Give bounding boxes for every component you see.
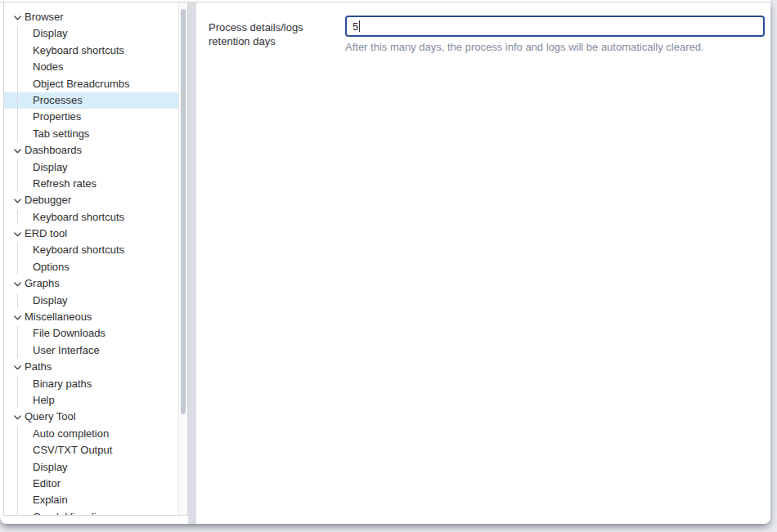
tree-group-label: Browser bbox=[25, 9, 64, 25]
tree-item-erd-tool-keyboard-shortcuts[interactable]: Keyboard shortcuts bbox=[4, 242, 178, 258]
tree-item-browser-object-breadcrumbs[interactable]: Object Breadcrumbs bbox=[4, 76, 178, 92]
chevron-down-icon[interactable] bbox=[12, 362, 23, 373]
tree-item-label: Display bbox=[33, 25, 68, 42]
tree-item-query-tool-graph-visualiser[interactable]: Graph Visualiser bbox=[4, 509, 178, 515]
retention-days-field-control: 5 After this many days, the process info… bbox=[345, 16, 765, 54]
tree-item-debugger-keyboard-shortcuts[interactable]: Keyboard shortcuts bbox=[4, 209, 178, 226]
tree-group-graphs[interactable]: Graphs bbox=[4, 275, 178, 292]
tree-item-label: CSV/TXT Output bbox=[33, 442, 112, 458]
tree-item-label: Processes bbox=[33, 92, 83, 109]
tree-group-label: Paths bbox=[25, 359, 52, 375]
tree-children-miscellaneous: File DownloadsUser Interface bbox=[4, 325, 178, 359]
tree-item-label: Display bbox=[33, 459, 68, 476]
preferences-sidebar: BrowserDisplayKeyboard shortcutsNodesObj… bbox=[3, 2, 188, 516]
tree-item-label: Tab settings bbox=[33, 126, 89, 142]
tree-children-browser: DisplayKeyboard shortcutsNodesObject Bre… bbox=[4, 25, 178, 142]
tree-item-browser-display[interactable]: Display bbox=[4, 25, 178, 42]
tree-item-label: Help bbox=[33, 392, 55, 409]
tree-item-dashboards-refresh-rates[interactable]: Refresh rates bbox=[4, 176, 178, 192]
tree-group-erd-tool[interactable]: ERD tool bbox=[4, 226, 178, 242]
tree-group-browser[interactable]: Browser bbox=[4, 9, 178, 25]
chevron-down-icon[interactable] bbox=[12, 195, 23, 206]
tree-children-erd-tool: Keyboard shortcutsOptions bbox=[4, 242, 178, 275]
tree-group-label: ERD tool bbox=[25, 226, 67, 242]
tree-item-query-tool-display[interactable]: Display bbox=[4, 459, 178, 476]
tree-item-dashboards-display[interactable]: Display bbox=[4, 159, 178, 176]
tree-group-label: Graphs bbox=[25, 275, 60, 292]
tree-item-miscellaneous-file-downloads[interactable]: File Downloads bbox=[4, 325, 178, 342]
preferences-dialog-body: BrowserDisplayKeyboard shortcutsNodesObj… bbox=[0, 2, 770, 524]
retention-days-input[interactable]: 5 bbox=[345, 16, 765, 37]
tree-children-dashboards: DisplayRefresh rates bbox=[4, 159, 178, 193]
tree-item-browser-nodes[interactable]: Nodes bbox=[4, 59, 178, 75]
tree-item-paths-help[interactable]: Help bbox=[4, 392, 178, 409]
chevron-down-icon[interactable] bbox=[12, 229, 23, 239]
tree-group-query-tool[interactable]: Query Tool bbox=[4, 409, 178, 425]
chevron-down-icon[interactable] bbox=[12, 12, 23, 23]
tree-item-erd-tool-options[interactable]: Options bbox=[4, 259, 178, 275]
tree-item-label: Keyboard shortcuts bbox=[33, 242, 124, 258]
chevron-down-icon[interactable] bbox=[12, 412, 23, 422]
tree-item-label: Keyboard shortcuts bbox=[33, 42, 124, 59]
tree-item-label: Auto completion bbox=[33, 426, 109, 442]
tree-item-label: User Interface bbox=[33, 342, 100, 359]
tree-item-graphs-display[interactable]: Display bbox=[4, 293, 178, 309]
tree-item-label: Nodes bbox=[33, 59, 64, 75]
retention-days-input-value: 5 bbox=[353, 20, 358, 33]
tree-group-debugger[interactable]: Debugger bbox=[4, 192, 178, 208]
preferences-tree: BrowserDisplayKeyboard shortcutsNodesObj… bbox=[4, 2, 178, 515]
tree-item-label: Object Breadcrumbs bbox=[33, 76, 130, 92]
tree-item-miscellaneous-user-interface[interactable]: User Interface bbox=[4, 342, 178, 359]
panel-splitter-handle[interactable] bbox=[188, 2, 196, 524]
tree-item-browser-processes[interactable]: Processes bbox=[4, 92, 178, 109]
tree-item-query-tool-explain[interactable]: Explain bbox=[4, 492, 178, 508]
tree-item-label: File Downloads bbox=[33, 325, 106, 342]
text-cursor bbox=[359, 20, 360, 32]
tree-item-label: Explain bbox=[33, 492, 68, 508]
tree-item-label: Graph Visualiser bbox=[33, 509, 111, 515]
tree-children-paths: Binary pathsHelp bbox=[4, 376, 178, 409]
sidebar-scrollbar-track[interactable] bbox=[178, 2, 187, 515]
tree-item-label: Editor bbox=[33, 476, 61, 492]
tree-item-label: Refresh rates bbox=[33, 176, 97, 192]
tree-item-paths-binary-paths[interactable]: Binary paths bbox=[4, 376, 178, 392]
tree-item-label: Binary paths bbox=[33, 376, 92, 392]
retention-days-field-label: Process details/logs retention days bbox=[209, 16, 345, 48]
tree-children-debugger: Keyboard shortcuts bbox=[4, 209, 178, 226]
tree-group-label: Dashboards bbox=[25, 142, 82, 159]
tree-item-label: Display bbox=[33, 159, 68, 176]
chevron-down-icon[interactable] bbox=[12, 279, 23, 289]
tree-item-query-tool-auto-completion[interactable]: Auto completion bbox=[4, 426, 178, 442]
tree-item-query-tool-csv-txt-output[interactable]: CSV/TXT Output bbox=[4, 442, 178, 458]
chevron-down-icon[interactable] bbox=[12, 145, 23, 156]
tree-group-miscellaneous[interactable]: Miscellaneous bbox=[4, 309, 178, 325]
tree-item-browser-keyboard-shortcuts[interactable]: Keyboard shortcuts bbox=[4, 42, 178, 59]
retention-days-help-text: After this many days, the process info a… bbox=[345, 41, 765, 54]
tree-group-label: Miscellaneous bbox=[25, 309, 92, 325]
preferences-content-panel: Process details/logs retention days 5 Af… bbox=[196, 2, 770, 524]
retention-days-field-row: Process details/logs retention days 5 Af… bbox=[209, 16, 765, 54]
tree-children-graphs: Display bbox=[4, 293, 178, 309]
tree-item-browser-tab-settings[interactable]: Tab settings bbox=[4, 126, 178, 142]
tree-group-paths[interactable]: Paths bbox=[4, 359, 178, 375]
tree-group-label: Debugger bbox=[25, 192, 71, 208]
preferences-dialog: BrowserDisplayKeyboard shortcutsNodesObj… bbox=[0, 0, 770, 524]
tree-group-dashboards[interactable]: Dashboards bbox=[4, 142, 178, 159]
chevron-down-icon[interactable] bbox=[12, 312, 23, 323]
tree-children-query-tool: Auto completionCSV/TXT OutputDisplayEdit… bbox=[4, 426, 178, 515]
tree-item-label: Display bbox=[33, 293, 68, 309]
tree-item-label: Keyboard shortcuts bbox=[33, 209, 124, 226]
sidebar-scrollbar-thumb[interactable] bbox=[181, 9, 186, 414]
tree-item-label: Options bbox=[33, 259, 70, 275]
tree-group-label: Query Tool bbox=[25, 409, 76, 425]
tree-item-query-tool-editor[interactable]: Editor bbox=[4, 476, 178, 492]
tree-item-label: Properties bbox=[33, 109, 81, 125]
tree-item-browser-properties[interactable]: Properties bbox=[4, 109, 178, 125]
